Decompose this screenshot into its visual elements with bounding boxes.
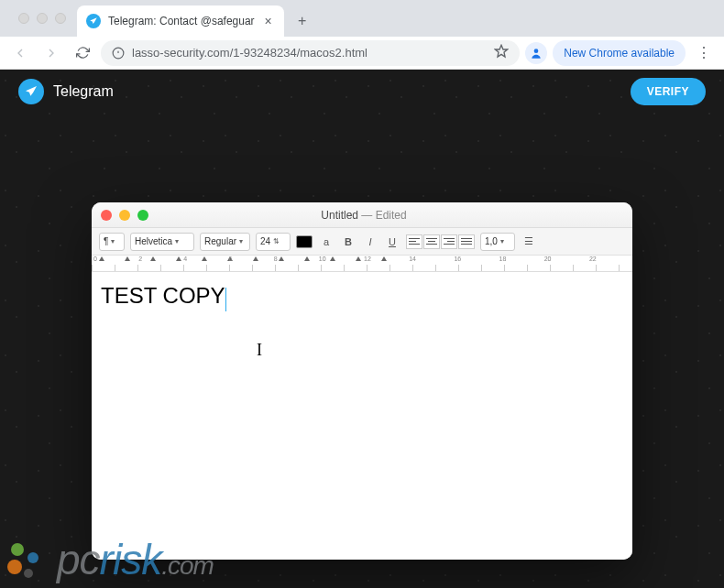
address-bar[interactable]: lasso-security.com/1-93248234/macos2.htm… <box>101 40 520 66</box>
italic-button[interactable]: I <box>362 234 378 250</box>
ruler-number: 14 <box>407 256 452 262</box>
chevron-down-icon: ▾ <box>111 237 115 245</box>
align-left-button[interactable] <box>406 234 422 249</box>
ruler-numbers: 0246810121416182022 <box>92 256 632 262</box>
back-button[interactable] <box>7 40 33 66</box>
font-family-selector[interactable]: Helvetica▾ <box>130 233 194 251</box>
ruler-number: 2 <box>137 256 181 262</box>
maximize-window-dot[interactable] <box>55 13 66 24</box>
wm-risk: risk <box>100 535 162 584</box>
edited-indicator: — Edited <box>358 209 407 222</box>
textedit-zoom-icon[interactable] <box>137 210 148 221</box>
ruler-number: 6 <box>227 256 272 262</box>
ruler-number: 16 <box>452 256 497 262</box>
tab-title: Telegram: Contact @safeguar <box>108 15 255 27</box>
chevron-updown-icon: ⇅ <box>273 237 280 245</box>
font-family-value: Helvetica <box>135 236 172 246</box>
doc-title: Untitled <box>321 209 358 222</box>
chevron-down-icon: ▾ <box>175 237 179 245</box>
ruler-number: 8 <box>272 256 317 262</box>
telegram-brand: Telegram <box>18 79 114 104</box>
ruler-number: 4 <box>181 256 226 262</box>
highlight-color-icon[interactable]: a <box>318 234 335 250</box>
textedit-window: Untitled — Edited ¶▾ Helvetica▾ Regular▾… <box>92 202 632 560</box>
textedit-title: Untitled — Edited <box>156 209 572 222</box>
pcrisk-watermark: pcrisk.com <box>7 535 214 584</box>
font-weight-selector[interactable]: Regular▾ <box>200 233 250 251</box>
close-window-dot[interactable] <box>18 13 29 24</box>
tab-close-icon[interactable]: × <box>262 15 275 27</box>
ruler-number: 12 <box>362 256 407 262</box>
telegram-plane-icon <box>18 79 44 104</box>
telegram-title: Telegram <box>53 83 114 100</box>
font-size-value: 24 <box>260 236 270 246</box>
textedit-traffic-lights <box>101 210 148 221</box>
ruler-marks <box>92 265 632 271</box>
telegram-favicon-icon <box>86 14 101 28</box>
browser-tab[interactable]: Telegram: Contact @safeguar × <box>77 5 284 37</box>
telegram-header: Telegram VERIFY <box>0 70 724 114</box>
browser-toolbar: lasso-security.com/1-93248234/macos2.htm… <box>0 37 724 70</box>
wm-com: .com <box>161 551 214 581</box>
font-size-selector[interactable]: 24⇅ <box>256 233 291 251</box>
ruler-number: 18 <box>498 256 543 262</box>
tab-strip: Telegram: Contact @safeguar × + <box>0 0 724 37</box>
font-weight-value: Regular <box>204 236 236 246</box>
align-justify-button[interactable] <box>458 234 475 249</box>
browser-menu-icon[interactable]: ⋮ <box>691 40 717 66</box>
bold-button[interactable]: B <box>340 234 357 250</box>
verify-button[interactable]: VERIFY <box>631 78 706 105</box>
minimize-window-dot[interactable] <box>37 13 48 24</box>
chevron-down-icon: ▾ <box>500 237 504 245</box>
line-spacing-selector[interactable]: 1,0▾ <box>480 233 515 251</box>
url-text: lasso-security.com/1-93248234/macos2.htm… <box>132 46 487 60</box>
text-cursor-icon <box>225 288 226 311</box>
mac-traffic-lights <box>7 0 77 37</box>
textedit-minimize-icon[interactable] <box>119 210 130 221</box>
line-spacing-value: 1,0 <box>485 236 498 246</box>
textedit-titlebar[interactable]: Untitled — Edited <box>92 202 632 228</box>
ruler-number: 20 <box>543 256 587 262</box>
forward-button[interactable] <box>38 40 64 66</box>
browser-window: Telegram: Contact @safeguar × + lasso-se… <box>0 0 724 588</box>
ruler-number: 10 <box>317 256 362 262</box>
reload-button[interactable] <box>70 40 95 66</box>
profile-avatar-icon[interactable] <box>525 42 547 64</box>
chevron-down-icon: ▾ <box>239 237 243 245</box>
document-text: TEST COPY <box>101 283 225 308</box>
chrome-update-chip[interactable]: New Chrome available <box>553 40 686 66</box>
ruler-number: 22 <box>587 256 632 262</box>
page-content: Telegram VERIFY Untitled — Edited ¶▾ Hel… <box>0 70 724 588</box>
watermark-text: pcrisk.com <box>57 535 214 584</box>
textedit-toolbar: ¶▾ Helvetica▾ Regular▾ 24⇅ a B I U 1,0▾ … <box>92 228 632 256</box>
ruler-number: 0 <box>92 256 137 262</box>
align-center-button[interactable] <box>423 234 440 249</box>
align-right-button[interactable] <box>441 234 457 249</box>
new-tab-button[interactable]: + <box>290 8 315 34</box>
chrome-update-label: New Chrome available <box>564 47 675 60</box>
alignment-group <box>406 234 475 249</box>
text-color-swatch[interactable] <box>296 235 313 248</box>
site-info-icon[interactable] <box>112 47 125 60</box>
bookmark-star-icon[interactable] <box>494 44 509 61</box>
wm-pc: pc <box>57 535 100 584</box>
list-button[interactable]: ☰ <box>521 234 537 250</box>
textedit-close-icon[interactable] <box>101 210 112 221</box>
ibeam-cursor-icon: I <box>257 341 262 360</box>
textedit-ruler[interactable]: 0246810121416182022 <box>92 256 632 272</box>
svg-point-1 <box>534 49 539 53</box>
underline-button[interactable]: U <box>384 234 400 250</box>
style-selector[interactable]: ¶▾ <box>99 233 125 251</box>
watermark-dots-icon <box>7 538 51 582</box>
textedit-document-area[interactable]: TEST COPY I <box>92 272 632 560</box>
